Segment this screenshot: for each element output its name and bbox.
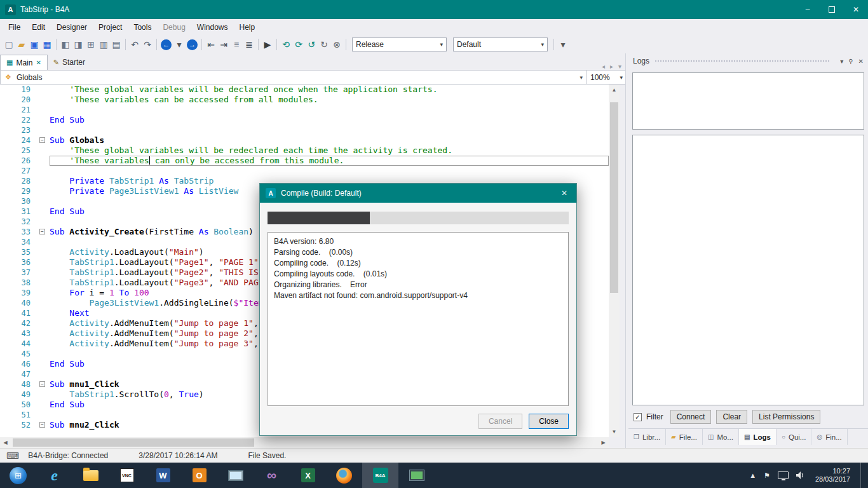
reconnect-device-button[interactable]: ↻ xyxy=(318,38,330,51)
compile-release-button[interactable]: ⟳ xyxy=(292,38,305,51)
undo-button[interactable]: ↶ xyxy=(128,38,141,51)
logs-output-box[interactable] xyxy=(632,135,864,405)
increase-indent-button[interactable]: ⇥ xyxy=(217,38,230,51)
panel-tab-find[interactable]: ◎Fin... xyxy=(811,429,847,445)
logs-drag-grip[interactable] xyxy=(654,60,830,63)
panel-tab-libraries[interactable]: ❐Libr... xyxy=(628,429,666,445)
taskbar-start[interactable]: ⊞ xyxy=(0,463,36,488)
stop-button[interactable]: ⊗ xyxy=(330,38,343,51)
logs-close-icon[interactable]: ✕ xyxy=(858,58,864,65)
navigate-back-caret[interactable]: ▾ xyxy=(173,38,186,51)
scroll-tabs-right-icon[interactable]: ▸ xyxy=(610,63,613,70)
collapse-icon[interactable]: − xyxy=(39,422,45,428)
collapse-icon[interactable]: − xyxy=(39,229,45,234)
close-button[interactable]: Close xyxy=(529,414,569,429)
filter-checkbox[interactable]: ✓ xyxy=(634,413,642,421)
hidden-icons-chevron[interactable]: ▲ xyxy=(749,471,756,479)
logs-caret-icon[interactable]: ▾ xyxy=(840,58,843,65)
code-line[interactable]: 21 xyxy=(0,105,609,115)
connect-button[interactable]: Connect xyxy=(670,410,712,424)
menu-designer[interactable]: Designer xyxy=(51,20,93,35)
menu-file[interactable]: File xyxy=(3,20,26,35)
scroll-right-icon[interactable]: ▶ xyxy=(598,437,609,448)
add-new-project-button[interactable]: ▢ xyxy=(3,38,15,51)
taskbar-remote-desktop[interactable] xyxy=(398,463,435,488)
show-desktop-button[interactable] xyxy=(860,463,864,488)
compile-obfuscated-button[interactable]: ↺ xyxy=(305,38,318,51)
panel-tab-files[interactable]: ▰File... xyxy=(666,429,703,445)
open-project-button[interactable]: ▰ xyxy=(15,38,28,51)
close-tab-icon[interactable]: ✕ xyxy=(36,59,41,66)
logs-summary-box[interactable] xyxy=(632,72,864,130)
redo-button[interactable]: ↷ xyxy=(141,38,154,51)
scroll-left-icon[interactable]: ◀ xyxy=(0,437,11,448)
zoom-caret-icon[interactable]: ▾ xyxy=(620,74,623,81)
logs-panel-header[interactable]: Logs ▾⚲✕ xyxy=(628,53,868,69)
horizontal-scrollbar[interactable]: ◀ ▶ xyxy=(0,437,609,448)
clear-button[interactable]: Clear xyxy=(716,410,747,424)
save-all-button[interactable]: ▦ xyxy=(41,38,53,51)
run-button[interactable]: ▶ xyxy=(261,38,274,51)
menu-tools[interactable]: Tools xyxy=(128,20,157,35)
code-line[interactable]: 22End Sub xyxy=(0,115,609,125)
panel-tab-modules[interactable]: ◫Mo... xyxy=(703,429,739,445)
vertical-scrollbar[interactable]: ▲ ▼ xyxy=(609,85,620,437)
taskbar-word[interactable]: W xyxy=(145,463,181,488)
code-line[interactable]: 27 xyxy=(0,166,609,176)
code-line[interactable]: 25 'These global variables will be redec… xyxy=(0,146,609,156)
tab-main[interactable]: ▦Main✕ xyxy=(0,55,48,70)
vertical-scroll-thumb[interactable] xyxy=(610,102,618,293)
menu-project[interactable]: Project xyxy=(93,20,128,35)
scope-selector[interactable]: Globals xyxy=(17,73,43,82)
dropdown-caret-icon[interactable]: ▾ xyxy=(440,41,443,48)
tab-starter[interactable]: ✎Starter xyxy=(48,55,91,70)
save-button[interactable]: ▣ xyxy=(28,38,41,51)
compile-debug-button[interactable]: ⟲ xyxy=(280,38,292,51)
cancel-button[interactable]: Cancel xyxy=(478,414,522,429)
dropdown-caret-icon[interactable]: ▾ xyxy=(541,41,544,48)
code-line[interactable]: 20 'These variables can be accessed from… xyxy=(0,95,609,105)
build-configuration-combo[interactable]: Release▾ xyxy=(352,37,447,51)
menu-debug[interactable]: Debug xyxy=(157,20,191,35)
toolbar-options-caret[interactable]: ▾ xyxy=(557,38,569,51)
show-logs-button[interactable]: ◨ xyxy=(72,38,85,51)
show-libraries-button[interactable]: ▥ xyxy=(97,38,110,51)
taskbar-vnc-viewer[interactable]: VNC xyxy=(109,463,145,488)
compile-dialog-titlebar[interactable]: A Compile (Build: Default) ✕ xyxy=(260,184,576,203)
comment-button[interactable]: ≡ xyxy=(230,38,243,51)
taskbar-visual-studio[interactable]: ∞ xyxy=(254,463,290,488)
fold-margin[interactable]: − xyxy=(38,379,50,390)
taskbar-excel[interactable]: X xyxy=(290,463,326,488)
display-tray-icon[interactable] xyxy=(778,471,789,479)
scroll-up-icon[interactable]: ▲ xyxy=(609,85,620,95)
menu-help[interactable]: Help xyxy=(234,20,261,35)
code-line[interactable]: 19 'These global variables will be decla… xyxy=(0,85,609,95)
navigate-forward-button[interactable]: → xyxy=(187,39,198,50)
uncomment-button[interactable]: ≣ xyxy=(243,38,255,51)
decrease-indent-button[interactable]: ⇤ xyxy=(205,38,217,51)
show-files-button[interactable]: ▤ xyxy=(110,38,123,51)
code-line[interactable]: 24−Sub Globals xyxy=(0,135,609,146)
tab-list-caret-icon[interactable]: ▾ xyxy=(618,63,621,70)
taskbar-b4a[interactable]: B4A xyxy=(362,463,398,488)
maximize-button[interactable] xyxy=(820,0,844,19)
list-permissions-button[interactable]: List Permissions xyxy=(752,410,820,424)
scroll-tabs-left-icon[interactable]: ◂ xyxy=(602,63,605,70)
code-line[interactable]: 23 xyxy=(0,125,609,135)
panel-tab-logs[interactable]: ▤Logs xyxy=(739,429,776,445)
notification-flag-icon[interactable]: ⚑ xyxy=(764,471,770,480)
taskbar-internet-explorer[interactable]: e xyxy=(36,463,72,488)
taskbar-firefox[interactable] xyxy=(326,463,362,488)
taskbar-outlook[interactable]: O xyxy=(181,463,217,488)
compile-dialog-close-icon[interactable]: ✕ xyxy=(552,189,576,198)
menu-windows[interactable]: Windows xyxy=(191,20,234,35)
navigate-back-button[interactable]: ← xyxy=(161,39,172,50)
show-designer-button[interactable]: ◧ xyxy=(59,38,72,51)
code-line[interactable]: 26 'These variables can only be accessed… xyxy=(0,156,609,166)
show-modules-button[interactable]: ⊞ xyxy=(85,38,97,51)
close-window-button[interactable]: ✕ xyxy=(844,0,868,19)
fold-margin[interactable]: − xyxy=(38,227,50,237)
fold-margin[interactable]: − xyxy=(38,135,50,146)
taskbar-screen-capture[interactable] xyxy=(217,463,254,488)
scope-caret-icon[interactable]: ▾ xyxy=(576,74,587,81)
